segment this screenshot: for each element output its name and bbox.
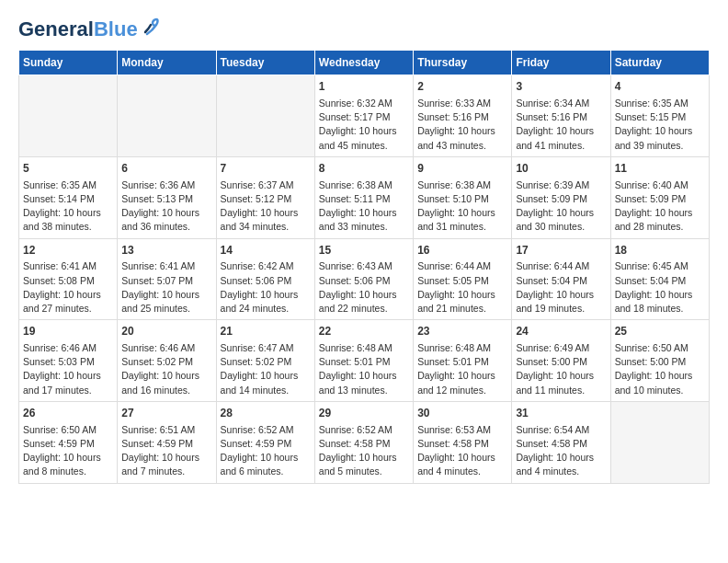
day-info: Sunrise: 6:51 AM Sunset: 4:59 PM Dayligh… [121, 423, 211, 479]
calendar-cell: 31Sunrise: 6:54 AM Sunset: 4:58 PM Dayli… [512, 401, 610, 483]
day-info: Sunrise: 6:52 AM Sunset: 4:59 PM Dayligh… [221, 423, 311, 479]
day-number: 27 [121, 406, 211, 421]
day-info: Sunrise: 6:47 AM Sunset: 5:02 PM Dayligh… [221, 341, 311, 397]
calendar-cell: 10Sunrise: 6:39 AM Sunset: 5:09 PM Dayli… [512, 156, 610, 238]
weekday-header-monday: Monday [118, 51, 216, 75]
day-number: 26 [23, 406, 113, 421]
day-info: Sunrise: 6:50 AM Sunset: 5:00 PM Dayligh… [615, 341, 705, 397]
day-info: Sunrise: 6:37 AM Sunset: 5:12 PM Dayligh… [221, 178, 311, 235]
logo: GeneralBlue [18, 18, 160, 40]
weekday-header-tuesday: Tuesday [216, 51, 314, 75]
calendar-cell: 11Sunrise: 6:40 AM Sunset: 5:09 PM Dayli… [610, 156, 709, 238]
day-number: 9 [417, 161, 507, 177]
calendar-cell [19, 75, 118, 157]
day-number: 5 [23, 161, 113, 177]
calendar-cell: 12Sunrise: 6:41 AM Sunset: 5:08 PM Dayli… [19, 238, 118, 320]
calendar-week-row: 26Sunrise: 6:50 AM Sunset: 4:59 PM Dayli… [19, 401, 710, 483]
calendar-cell: 15Sunrise: 6:43 AM Sunset: 5:06 PM Dayli… [314, 238, 413, 320]
day-number: 12 [23, 243, 113, 259]
day-info: Sunrise: 6:35 AM Sunset: 5:14 PM Dayligh… [23, 178, 113, 235]
weekday-header-sunday: Sunday [19, 51, 118, 75]
calendar-cell: 2Sunrise: 6:33 AM Sunset: 5:16 PM Daylig… [414, 75, 512, 157]
day-number: 18 [615, 243, 705, 259]
day-info: Sunrise: 6:54 AM Sunset: 4:58 PM Dayligh… [516, 423, 606, 479]
day-info: Sunrise: 6:46 AM Sunset: 5:03 PM Dayligh… [23, 341, 113, 397]
calendar-cell: 18Sunrise: 6:45 AM Sunset: 5:04 PM Dayli… [610, 238, 709, 320]
weekday-header-saturday: Saturday [610, 51, 709, 75]
calendar-cell: 17Sunrise: 6:44 AM Sunset: 5:04 PM Dayli… [512, 238, 610, 320]
day-info: Sunrise: 6:46 AM Sunset: 5:02 PM Dayligh… [121, 341, 211, 397]
day-info: Sunrise: 6:41 AM Sunset: 5:08 PM Dayligh… [23, 259, 113, 316]
day-info: Sunrise: 6:44 AM Sunset: 5:04 PM Dayligh… [516, 259, 606, 316]
day-number: 8 [319, 161, 409, 177]
calendar-cell: 13Sunrise: 6:41 AM Sunset: 5:07 PM Dayli… [118, 238, 216, 320]
calendar-cell: 28Sunrise: 6:52 AM Sunset: 4:59 PM Dayli… [216, 401, 314, 483]
day-number: 19 [23, 324, 113, 339]
calendar-cell [216, 75, 314, 157]
day-number: 28 [221, 406, 311, 421]
day-info: Sunrise: 6:40 AM Sunset: 5:09 PM Dayligh… [615, 178, 705, 235]
calendar-table: SundayMondayTuesdayWednesdayThursdayFrid… [18, 50, 710, 483]
calendar-cell: 9Sunrise: 6:38 AM Sunset: 5:10 PM Daylig… [414, 156, 512, 238]
calendar-week-row: 5Sunrise: 6:35 AM Sunset: 5:14 PM Daylig… [19, 156, 710, 238]
calendar-cell: 19Sunrise: 6:46 AM Sunset: 5:03 PM Dayli… [19, 320, 118, 402]
calendar-cell: 3Sunrise: 6:34 AM Sunset: 5:16 PM Daylig… [512, 75, 610, 157]
calendar-week-row: 1Sunrise: 6:32 AM Sunset: 5:17 PM Daylig… [19, 75, 710, 157]
day-number: 25 [615, 324, 705, 339]
day-info: Sunrise: 6:32 AM Sunset: 5:17 PM Dayligh… [319, 97, 409, 153]
day-number: 31 [516, 406, 606, 421]
weekday-header-wednesday: Wednesday [314, 51, 413, 75]
calendar-cell: 16Sunrise: 6:44 AM Sunset: 5:05 PM Dayli… [414, 238, 512, 320]
calendar-cell: 27Sunrise: 6:51 AM Sunset: 4:59 PM Dayli… [118, 401, 216, 483]
calendar-cell: 26Sunrise: 6:50 AM Sunset: 4:59 PM Dayli… [19, 401, 118, 483]
day-number: 14 [221, 243, 311, 259]
calendar-cell: 14Sunrise: 6:42 AM Sunset: 5:06 PM Dayli… [216, 238, 314, 320]
calendar-cell: 1Sunrise: 6:32 AM Sunset: 5:17 PM Daylig… [314, 75, 413, 157]
logo-icon [140, 17, 160, 38]
day-number: 22 [319, 324, 409, 339]
day-number: 2 [417, 79, 507, 95]
day-info: Sunrise: 6:38 AM Sunset: 5:11 PM Dayligh… [319, 178, 409, 235]
day-number: 4 [615, 79, 705, 95]
calendar-cell [118, 75, 216, 157]
calendar-cell: 22Sunrise: 6:48 AM Sunset: 5:01 PM Dayli… [314, 320, 413, 402]
weekday-header-thursday: Thursday [414, 51, 512, 75]
calendar-cell: 23Sunrise: 6:48 AM Sunset: 5:01 PM Dayli… [414, 320, 512, 402]
calendar-cell: 29Sunrise: 6:52 AM Sunset: 4:58 PM Dayli… [314, 401, 413, 483]
day-info: Sunrise: 6:49 AM Sunset: 5:00 PM Dayligh… [516, 341, 606, 397]
day-info: Sunrise: 6:45 AM Sunset: 5:04 PM Dayligh… [615, 259, 705, 316]
day-info: Sunrise: 6:42 AM Sunset: 5:06 PM Dayligh… [221, 259, 311, 316]
day-info: Sunrise: 6:53 AM Sunset: 4:58 PM Dayligh… [417, 423, 507, 479]
day-number: 30 [417, 406, 507, 421]
day-info: Sunrise: 6:43 AM Sunset: 5:06 PM Dayligh… [319, 259, 409, 316]
day-info: Sunrise: 6:38 AM Sunset: 5:10 PM Dayligh… [417, 178, 507, 235]
day-number: 13 [121, 243, 211, 259]
calendar-week-row: 12Sunrise: 6:41 AM Sunset: 5:08 PM Dayli… [19, 238, 710, 320]
calendar-cell: 30Sunrise: 6:53 AM Sunset: 4:58 PM Dayli… [414, 401, 512, 483]
day-number: 17 [516, 243, 606, 259]
day-info: Sunrise: 6:41 AM Sunset: 5:07 PM Dayligh… [121, 259, 211, 316]
day-number: 23 [417, 324, 507, 339]
calendar-week-row: 19Sunrise: 6:46 AM Sunset: 5:03 PM Dayli… [19, 320, 710, 402]
day-info: Sunrise: 6:44 AM Sunset: 5:05 PM Dayligh… [417, 259, 507, 316]
calendar-cell: 7Sunrise: 6:37 AM Sunset: 5:12 PM Daylig… [216, 156, 314, 238]
calendar-cell: 25Sunrise: 6:50 AM Sunset: 5:00 PM Dayli… [610, 320, 709, 402]
day-number: 21 [221, 324, 311, 339]
day-info: Sunrise: 6:52 AM Sunset: 4:58 PM Dayligh… [319, 423, 409, 479]
calendar-cell: 24Sunrise: 6:49 AM Sunset: 5:00 PM Dayli… [512, 320, 610, 402]
day-number: 24 [516, 324, 606, 339]
day-number: 16 [417, 243, 507, 259]
day-info: Sunrise: 6:50 AM Sunset: 4:59 PM Dayligh… [23, 423, 113, 479]
calendar-header-row: SundayMondayTuesdayWednesdayThursdayFrid… [19, 51, 710, 75]
logo-text: GeneralBlue [18, 18, 138, 40]
day-info: Sunrise: 6:39 AM Sunset: 5:09 PM Dayligh… [516, 178, 606, 235]
calendar-cell: 6Sunrise: 6:36 AM Sunset: 5:13 PM Daylig… [118, 156, 216, 238]
day-info: Sunrise: 6:33 AM Sunset: 5:16 PM Dayligh… [417, 97, 507, 153]
day-info: Sunrise: 6:48 AM Sunset: 5:01 PM Dayligh… [319, 341, 409, 397]
calendar-cell: 20Sunrise: 6:46 AM Sunset: 5:02 PM Dayli… [118, 320, 216, 402]
day-info: Sunrise: 6:34 AM Sunset: 5:16 PM Dayligh… [516, 97, 606, 153]
day-number: 20 [121, 324, 211, 339]
day-info: Sunrise: 6:48 AM Sunset: 5:01 PM Dayligh… [417, 341, 507, 397]
calendar-cell [610, 401, 709, 483]
page-header: GeneralBlue [18, 18, 710, 40]
